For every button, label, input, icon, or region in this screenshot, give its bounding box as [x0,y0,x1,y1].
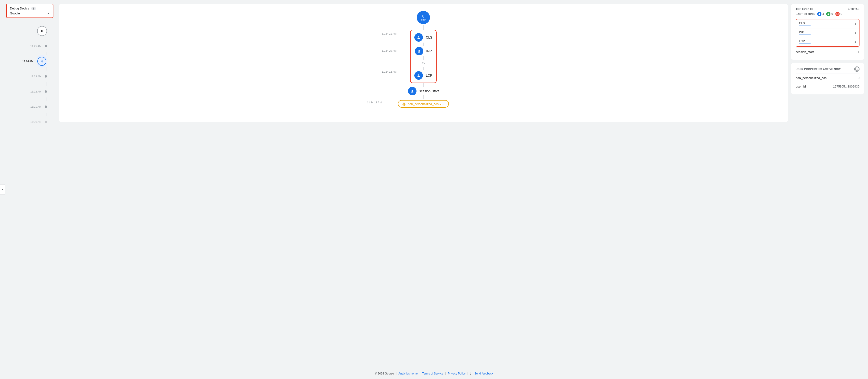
top-events-subtitle: LAST 30 MINS [796,12,815,16]
inp-row: INP [799,30,811,35]
event-list-item-inp[interactable]: INP 1 [796,28,859,37]
gap-label: 8s [422,61,425,65]
svg-point-10 [819,13,820,14]
timeline-connector-6 [46,113,47,116]
cls-label: CLS [426,35,432,39]
lcp-bar [799,43,811,44]
debug-device-value: Google [10,11,20,15]
sidebar-toggle-button[interactable] [0,184,5,195]
user-property-pill[interactable]: non_personalized_ads = ... [398,100,449,108]
flow-inner-3 [423,67,424,70]
timeline-dot-1124-active[interactable]: 4 [37,57,46,66]
event-node-lcp[interactable]: LCP [414,71,432,80]
timeline-time-1121: 11:21 AM [26,105,41,108]
cls-count: 1 [855,22,856,26]
flow-connector-1 [423,25,424,30]
event-list-item-lcp[interactable]: LCP 1 [796,37,859,46]
event-node-session[interactable]: session_start [408,87,439,95]
session-count: 1 [858,50,860,54]
svg-point-7 [411,90,413,91]
timeline-top-circle: 0 [37,26,47,36]
status-dot-blue [817,12,822,16]
left-panel: Debug Device 1 Google 0 11:25 AM [4,4,56,128]
footer-divider-1: | [396,372,396,375]
status-count-green: 0 [831,12,833,16]
lcp-label: LCP [426,74,432,77]
timeline-row-1121: 11:21 AM [26,101,47,113]
debug-device-select[interactable]: Google [10,11,50,15]
cls-event-icon [414,33,423,41]
event-flow-top-bubble: 0 new [417,11,430,24]
user-prop-ads-name: non_personalized_ads [796,76,827,80]
status-dot-green [826,12,830,16]
cls-row: CLS [799,21,811,26]
inp-label: INP [426,49,432,53]
inp-count: 1 [855,31,856,34]
status-icon-blue: 4 [817,12,824,16]
timeline-time-1124: 11:24 AM [18,60,33,63]
user-props-list: non_personalized_ads 0 user_id 1275305..… [796,74,860,91]
user-prop-row-userid: user_id 1275305...3802935 [796,82,860,91]
history-icon[interactable] [854,66,860,72]
status-count-orange: 0 [841,12,842,16]
session-event-icon [408,87,416,95]
event-time-3: 11:24:12 AM [382,70,396,73]
event-node-inp[interactable]: INP [415,47,432,55]
timeline-dot-1120 [45,121,47,123]
top-events-card: TOP EVENTS 4 TOTAL LAST 30 MINS 4 0 [791,4,864,60]
footer-divider-4: | [467,372,468,375]
inp-bar [799,34,811,35]
event-flow: 0 new 11:24:21 AM [398,11,449,108]
top-bubble-sub: new [421,19,426,21]
event-list-item-cls[interactable]: CLS 1 [796,20,859,28]
footer-divider-2: | [420,372,420,375]
timeline-time-1120: 11:20 AM [26,120,41,123]
timeline-dot-1123 [45,75,47,78]
timeline-connector-4 [46,82,47,86]
debug-device-box: Debug Device 1 Google [6,4,54,18]
footer: © 2024 Google | Analytics home | Terms o… [0,368,868,379]
user-property-icon [402,102,406,106]
user-prop-userid-value: 1275305...3802935 [833,85,860,88]
timeline-connector-3 [46,67,47,70]
user-properties-card: USER PROPERTIES ACTIVE NOW non_personali… [791,63,864,94]
event-list-item-session[interactable]: session_start 1 [796,48,860,56]
timeline-dot-1125 [45,45,47,47]
lcp-row: LCP [799,39,811,44]
analytics-home-link[interactable]: Analytics home [399,372,418,375]
flow-inner-2 [423,56,424,60]
session-label: session_start [420,89,439,93]
user-prop-userid-name: user_id [796,85,806,88]
timeline-row-1124: 11:24 AM 4 [18,55,47,67]
event-node-cls[interactable]: CLS [414,33,432,41]
user-property-label: non_personalized_ads = ... [408,102,445,106]
flow-inner-1 [423,42,424,46]
svg-point-5 [418,75,420,76]
status-count-blue: 4 [823,12,824,16]
timeline-connector-5 [46,97,47,101]
status-dot-orange: ! [835,12,840,16]
flow-connector-2 [423,83,424,87]
footer-copyright: © 2024 Google [375,372,394,375]
inp-name: INP [799,30,811,34]
privacy-policy-link[interactable]: Privacy Policy [448,372,466,375]
svg-point-3 [418,50,420,51]
highlighted-events-group: CLS 1 INP 1 LCP [796,19,860,47]
svg-marker-11 [827,13,829,15]
inp-event-icon [415,47,423,55]
timeline-connector [28,37,28,40]
user-props-title: USER PROPERTIES ACTIVE NOW [796,68,841,70]
debug-device-header: Debug Device 1 [10,7,50,10]
timeline-dot-1121 [45,106,47,108]
user-prop-ads-value: 0 [858,76,860,80]
top-events-title: TOP EVENTS [796,7,813,10]
event-time-2: 11:24:20 AM [382,49,396,52]
send-feedback-link[interactable]: Send feedback [474,372,493,375]
timeline-time-1122: 11:22 AM [26,90,41,93]
terms-of-service-link[interactable]: Terms of Service [422,372,443,375]
timeline-row-1122: 11:22 AM [26,86,47,97]
user-prop-time: 11:24:11 AM [367,101,382,104]
user-prop-row-ads: non_personalized_ads 0 [796,74,860,82]
footer-divider-3: | [445,372,446,375]
timeline-row-1125: 11:25 AM [26,40,47,52]
